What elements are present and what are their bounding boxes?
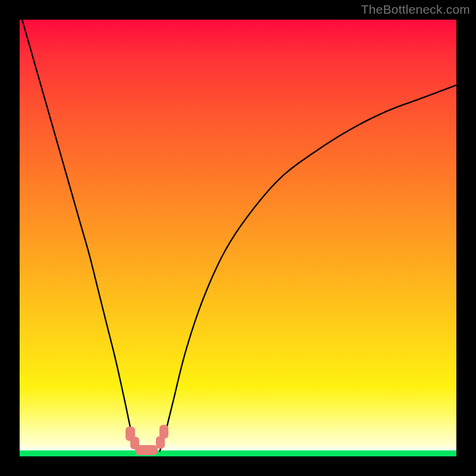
curve-left-branch [20, 20, 140, 452]
curve-right-branch [159, 85, 456, 452]
watermark-text: TheBottleneck.com [361, 2, 470, 17]
marker-valley-bar [135, 445, 158, 455]
marker-right-dot-upper [159, 425, 168, 439]
curve-svg [20, 20, 456, 456]
chart-frame: TheBottleneck.com [0, 0, 476, 476]
plot-area [20, 20, 456, 456]
